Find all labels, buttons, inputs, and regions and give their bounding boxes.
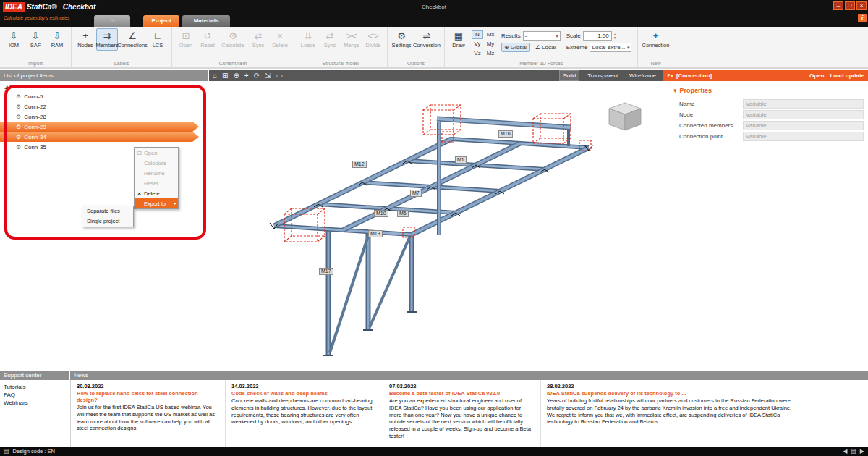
ram-button[interactable]: ⇩RAM <box>46 28 68 51</box>
open-button[interactable]: ⊡Open <box>175 28 197 51</box>
info-button[interactable]: i <box>858 14 867 22</box>
tab-bar: Calculate yesterday's estimates ⌂ Projec… <box>0 13 868 27</box>
view-mode-solid[interactable]: Solid <box>559 70 579 81</box>
lcs-button[interactable]: ∟LCS <box>147 28 169 51</box>
load-update-button[interactable]: Load update <box>830 72 864 79</box>
link-tutorials[interactable]: Tutorials <box>4 383 69 391</box>
force-vy-toggle[interactable]: Vy <box>472 40 483 48</box>
menu-item-open[interactable]: ⊡Open <box>135 148 178 158</box>
connected-members-value-field[interactable]: Variable <box>743 121 864 130</box>
tree-item-conn-28[interactable]: ⚙Conn-28 <box>0 111 208 122</box>
connection-icon: ⚙ <box>16 144 21 151</box>
menu-item-reset[interactable]: Reset <box>135 178 178 188</box>
scale-stepper[interactable]: ▴▾ <box>614 33 616 40</box>
saf-button[interactable]: ⇩SAF <box>25 28 46 51</box>
member-label[interactable]: M16 <box>498 130 513 138</box>
sync-model-button[interactable]: ⇄Sync <box>319 28 341 51</box>
loads-button[interactable]: ⇊Loads <box>297 28 319 51</box>
force-n-toggle[interactable]: N <box>472 30 483 39</box>
view-home-icon[interactable]: ⌂ <box>213 72 217 80</box>
submenu-single-project[interactable]: Single project <box>82 216 133 227</box>
next-icon[interactable]: ▶ <box>860 448 864 455</box>
properties-expander-icon[interactable]: ▾ <box>673 87 677 94</box>
member-label[interactable]: M12 <box>352 161 367 168</box>
close-button[interactable]: × <box>856 1 867 10</box>
tree-item-conn-5[interactable]: ⚙Conn-5 <box>0 91 208 101</box>
maximize-button[interactable]: □ <box>845 1 855 10</box>
menu-item-rename[interactable]: Rename <box>135 168 178 178</box>
extreme-dropdown[interactable]: Local extre...▾ <box>590 43 631 52</box>
zoom-fit-icon[interactable]: ⇲ <box>265 72 271 80</box>
model-viewport[interactable]: M16 M12 M1 M7 M10 M5 M13 M17 <box>209 81 663 371</box>
submenu-separate-files[interactable]: Separate files <box>82 206 133 216</box>
member-label[interactable]: M5 <box>397 210 409 217</box>
sync-button[interactable]: ⇄Sync <box>247 28 269 51</box>
tab-home[interactable]: ⌂ <box>94 15 130 27</box>
expander-icon[interactable]: ◢ <box>4 84 8 89</box>
member-label[interactable]: M7 <box>410 190 422 197</box>
tree-item-conn-34[interactable]: ⚙Conn-34 <box>0 132 199 142</box>
menu-item-calculate[interactable]: Calculate <box>135 158 178 168</box>
local-button[interactable]: ∠Local <box>532 43 558 52</box>
pan-icon[interactable]: + <box>244 72 249 80</box>
member-label[interactable]: M13 <box>368 230 383 237</box>
view-mode-wireframe[interactable]: Wireframe <box>626 71 659 80</box>
divide-button[interactable]: <>Divide <box>362 28 384 51</box>
prev-icon[interactable]: ◀ <box>843 448 847 455</box>
scale-input[interactable]: 1.00 <box>583 31 612 41</box>
draw-button[interactable]: ▦Draw <box>448 28 469 51</box>
zoom-window-icon[interactable]: ⊞ <box>222 72 228 80</box>
zoom-icon[interactable]: ⊕ <box>233 72 239 80</box>
tab-materials[interactable]: Materials <box>182 15 230 27</box>
scale-label: Scale <box>566 33 581 39</box>
comment-icon[interactable]: ▭ <box>276 72 282 80</box>
force-mz-toggle[interactable]: Mz <box>485 49 496 58</box>
spin-down-icon: ▾ <box>614 36 616 40</box>
news-title-link[interactable]: Become a beta tester of IDEA StatiCa v22… <box>389 390 535 397</box>
settings-button[interactable]: ⚙Settings <box>391 28 412 51</box>
force-mx-toggle[interactable]: Mx <box>485 30 496 39</box>
group-label-labels: Labels <box>73 60 170 67</box>
tree-item-conn-22[interactable]: ⚙Conn-22 <box>0 101 208 111</box>
force-my-toggle[interactable]: My <box>485 40 496 48</box>
member-label[interactable]: M1 <box>455 156 467 164</box>
menu-item-delete[interactable]: ×Delete <box>135 188 178 198</box>
nodes-button[interactable]: +Nodes <box>75 28 96 51</box>
conversion-button[interactable]: ⇌Conversion <box>412 28 441 51</box>
orbit-icon[interactable]: ⟳ <box>254 72 260 80</box>
draw-icon: ▦ <box>454 30 463 41</box>
global-button[interactable]: ⊕Global <box>501 43 530 52</box>
member-label[interactable]: M10 <box>374 210 388 217</box>
members-button[interactable]: ⇉Members <box>96 28 118 51</box>
link-faq[interactable]: FAQ <box>4 391 69 399</box>
iom-button[interactable]: ⇩IOM <box>3 28 25 51</box>
connections-button[interactable]: ∠Connections <box>118 28 147 51</box>
results-dropdown[interactable]: -▾ <box>523 31 561 41</box>
menu-item-export-to[interactable]: Export to▸ <box>135 198 178 208</box>
tree-item-conn-29[interactable]: ⚙Conn-29 <box>0 122 199 132</box>
merge-button[interactable]: ><Merge <box>341 28 362 51</box>
news-article: 07.03.2022 Become a beta tester of IDEA … <box>383 380 540 447</box>
property-row-connected-members: Connected members Variable <box>663 120 868 131</box>
link-webinars[interactable]: Webinars <box>4 399 69 407</box>
name-value-field[interactable]: Variable <box>743 99 864 109</box>
news-title-link[interactable]: Code-check of walls and deep beams <box>231 390 377 397</box>
view-mode-transparent[interactable]: Transparent <box>584 71 621 80</box>
properties-panel: ▾ Properties Name Variable Node Variable… <box>663 81 868 371</box>
delete-button[interactable]: ×Delete <box>269 28 291 51</box>
calculate-button[interactable]: ⚙Calculate <box>218 28 247 51</box>
title-bar: IDEA StatiCa® Checkbot Checkbot – □ × <box>0 0 868 13</box>
connection-point-value-field[interactable]: Variable <box>743 132 864 141</box>
reset-button[interactable]: ↺Reset <box>197 28 218 51</box>
new-connection-button[interactable]: +Connection <box>641 28 670 51</box>
force-vz-toggle[interactable]: Vz <box>472 49 483 58</box>
open-selection-button[interactable]: Open <box>809 72 824 79</box>
news-title-link[interactable]: How to replace hand calcs for steel conn… <box>77 390 219 403</box>
news-title-link[interactable]: IDEA StatiCa suspends delivery of its te… <box>547 390 795 397</box>
minimize-button[interactable]: – <box>833 1 843 10</box>
tree-root-connections[interactable]: ◢ Connections <box>0 81 208 91</box>
node-value-field[interactable]: Variable <box>743 110 864 119</box>
pages-icon[interactable]: ▤ <box>851 448 856 455</box>
tab-project[interactable]: Project <box>143 15 179 27</box>
member-label[interactable]: M17 <box>319 268 333 275</box>
